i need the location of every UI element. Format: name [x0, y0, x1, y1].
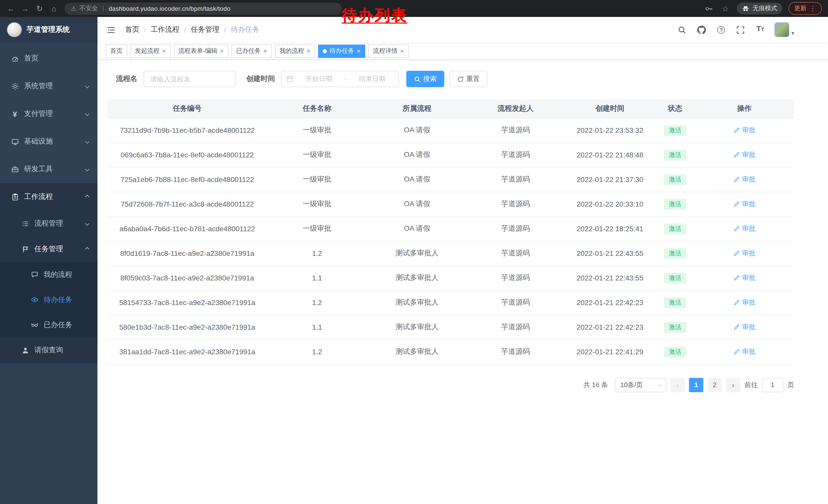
- address-bar[interactable]: ⚠ 不安全 dashboard.yudao.iocoder.cn/bpm/tas…: [65, 2, 342, 15]
- approve-button[interactable]: 审批: [733, 126, 755, 135]
- user-menu[interactable]: ▾: [774, 22, 794, 37]
- cell-create-time: 2022-01-22 21:37:30: [564, 167, 656, 192]
- close-icon[interactable]: ×: [162, 48, 166, 54]
- col-process: 所属流程: [367, 99, 467, 118]
- bookmark-star-icon[interactable]: ☆: [720, 3, 731, 13]
- close-icon[interactable]: ×: [307, 48, 310, 54]
- security-label[interactable]: 不安全: [80, 4, 98, 13]
- approve-button[interactable]: 审批: [733, 249, 755, 258]
- sidebar-item-infrastructure[interactable]: 基础设施: [0, 128, 97, 155]
- close-icon[interactable]: ×: [220, 48, 224, 54]
- home-icon[interactable]: ⌂: [47, 2, 60, 15]
- forward-icon[interactable]: →: [18, 2, 32, 15]
- table-row: 8f0d1619-7ac8-11ec-a9e2-a2380e71991a 1.2…: [108, 241, 794, 266]
- search-icon[interactable]: [677, 24, 688, 35]
- sidebar-item-label: 请假查询: [34, 346, 63, 355]
- tab-done-tasks[interactable]: 已办任务 ×: [232, 44, 272, 58]
- update-button[interactable]: 更新 ⋮: [788, 2, 822, 15]
- cell-process: OA 请假: [367, 167, 467, 192]
- sidebar-item-todo-tasks[interactable]: 待办任务: [0, 287, 97, 312]
- page-content: 流程名 创建时间 开始日期 - 结束日期 搜索 重: [97, 60, 828, 392]
- breadcrumb-separator: /: [144, 26, 146, 34]
- back-icon[interactable]: ←: [4, 2, 17, 15]
- goto-label: 前往: [744, 380, 758, 390]
- cell-task-id: 725a1eb6-7b88-11ec-8ef0-acde48001122: [108, 167, 267, 192]
- breadcrumb-home[interactable]: 首页: [125, 25, 139, 34]
- chevron-down-icon: [85, 112, 89, 116]
- breadcrumb-task-mgmt[interactable]: 任务管理: [191, 25, 219, 34]
- approve-button[interactable]: 审批: [733, 273, 755, 282]
- approve-label: 审批: [742, 150, 755, 159]
- sidebar-item-devtools[interactable]: 研发工具: [0, 155, 97, 183]
- approve-button[interactable]: 审批: [733, 347, 755, 356]
- reset-button[interactable]: 重置: [449, 71, 487, 87]
- approve-label: 审批: [742, 298, 755, 307]
- cell-create-time: 2022-01-22 21:48:48: [564, 142, 656, 167]
- caret-down-icon: ▾: [792, 30, 794, 36]
- tab-home[interactable]: 首页: [106, 44, 127, 58]
- approve-button[interactable]: 审批: [733, 224, 755, 233]
- sidebar-item-label: 工作流程: [24, 192, 53, 201]
- flag-icon: [20, 245, 30, 253]
- tab-label: 待办任务: [330, 47, 354, 55]
- prev-page-button[interactable]: ‹: [670, 378, 685, 392]
- help-icon[interactable]: ?: [716, 24, 727, 35]
- start-date-placeholder[interactable]: 开始日期: [297, 74, 341, 84]
- avatar[interactable]: [774, 22, 790, 37]
- date-range-picker[interactable]: 开始日期 - 结束日期: [281, 71, 399, 87]
- page-number-2[interactable]: 2: [707, 378, 722, 392]
- logo[interactable]: 芋道管理系统: [0, 17, 97, 43]
- search-icon: [414, 76, 421, 82]
- breadcrumb: 首页 / 工作流程 / 任务管理 / 待办任务: [125, 25, 259, 34]
- tab-process-detail[interactable]: 流程详情 ×: [368, 44, 409, 58]
- cell-initiator: 芋道源码: [467, 142, 564, 167]
- reload-icon[interactable]: ↻: [33, 2, 46, 15]
- close-icon[interactable]: ×: [263, 48, 267, 54]
- approve-button[interactable]: 审批: [733, 150, 755, 159]
- browser-toolbar-right: ☆ 无痕模式 更新 ⋮: [704, 2, 824, 15]
- cell-task-id: 580e1b3d-7ac8-11ec-a9e2-a2380e71991a: [108, 315, 267, 339]
- key-icon[interactable]: [704, 3, 714, 13]
- page-size-select[interactable]: 10条/页: [615, 378, 666, 392]
- close-icon[interactable]: ×: [400, 48, 404, 54]
- cell-process: 测试多审批人: [367, 290, 467, 315]
- tab-process-form-edit[interactable]: 流程表单-编辑 ×: [174, 44, 228, 58]
- col-task-id: 任务编号: [108, 99, 267, 118]
- sidebar-item-workflow[interactable]: 工作流程: [0, 183, 97, 211]
- sidebar-item-my-process[interactable]: 我的流程: [0, 262, 97, 287]
- browser-menu-icon[interactable]: ⋮: [810, 5, 816, 12]
- page-number-1[interactable]: 1: [689, 378, 703, 392]
- sidebar-item-process-mgmt[interactable]: 流程管理: [0, 211, 97, 236]
- list-icon: [20, 220, 30, 227]
- sidebar-item-done-tasks[interactable]: 已办任务: [0, 312, 97, 337]
- process-name-input[interactable]: [143, 71, 236, 87]
- sidebar-item-task-mgmt[interactable]: 任务管理: [0, 236, 97, 262]
- col-actions: 操作: [695, 99, 794, 118]
- search-button[interactable]: 搜索: [406, 71, 444, 87]
- hamburger-icon[interactable]: [106, 25, 116, 35]
- next-page-button[interactable]: ›: [726, 378, 740, 392]
- sidebar-item-label: 系统管理: [24, 82, 53, 91]
- incognito-label: 无痕模式: [753, 4, 777, 13]
- url-text[interactable]: dashboard.yudao.iocoder.cn/bpm/task/todo: [109, 5, 231, 12]
- sidebar-item-system-mgmt[interactable]: 系统管理: [0, 72, 97, 100]
- fullscreen-icon[interactable]: [735, 24, 746, 35]
- approve-button[interactable]: 审批: [733, 199, 755, 209]
- tab-start-process[interactable]: 发起流程 ×: [130, 44, 171, 58]
- approve-button[interactable]: 审批: [733, 322, 755, 332]
- breadcrumb-workflow[interactable]: 工作流程: [151, 25, 179, 34]
- github-icon[interactable]: [696, 24, 707, 35]
- font-size-icon[interactable]: TT: [755, 24, 766, 35]
- end-date-placeholder[interactable]: 结束日期: [350, 74, 394, 84]
- sidebar-item-payment-mgmt[interactable]: ¥ 支付管理: [0, 100, 97, 128]
- navbar-tools: ? TT ▾: [677, 22, 794, 37]
- sidebar-item-home[interactable]: 首页: [0, 45, 97, 72]
- tab-todo-tasks[interactable]: 待办任务 ×: [318, 44, 365, 58]
- sidebar-item-label: 任务管理: [34, 244, 63, 254]
- close-icon[interactable]: ×: [357, 48, 361, 54]
- approve-button[interactable]: 审批: [733, 298, 755, 307]
- goto-page-input[interactable]: [762, 378, 783, 392]
- approve-button[interactable]: 审批: [733, 175, 755, 184]
- sidebar-item-leave-query[interactable]: 请假查询: [0, 337, 97, 363]
- tab-my-process[interactable]: 我的流程 ×: [275, 44, 315, 58]
